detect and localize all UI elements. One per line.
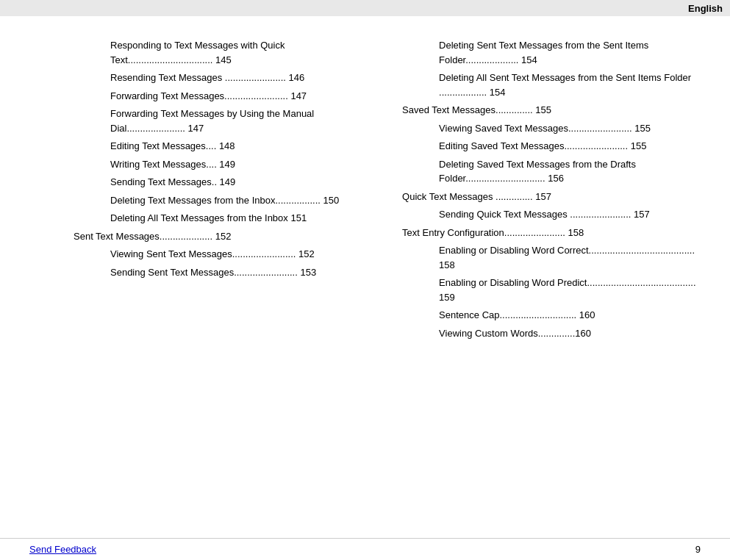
send-feedback-link[interactable]: Send Feedback: [29, 544, 96, 555]
list-item: Forwarding Text Messages by Using the Ma…: [110, 107, 365, 135]
list-item: Editing Saved Text Messages.............…: [439, 139, 701, 154]
right-column: Deleting Sent Text Messages from the Sen…: [387, 38, 701, 344]
toc-title: Sending Text Messages.. 149: [110, 176, 235, 187]
toc-title: Editing Saved Text Messages.............…: [439, 140, 646, 151]
list-item: Deleting Saved Text Messages from the Dr…: [439, 157, 701, 186]
toc-title: Deleting All Sent Text Messages from the…: [439, 72, 691, 98]
toc-title: Deleting Saved Text Messages from the Dr…: [439, 159, 636, 184]
list-item: Sentence Cap............................…: [439, 308, 701, 323]
list-item: Editing Text Messages.... 148: [110, 139, 365, 154]
toc-title: Enabling or Disabling Word Predict......…: [439, 277, 695, 303]
toc-title: Deleting All Text Messages from the Inbo…: [110, 212, 307, 223]
toc-title: Viewing Sent Text Messages..............…: [110, 248, 315, 259]
toc-title: Text Entry Configuration................…: [402, 227, 584, 238]
list-item: Deleting Text Messages from the Inbox...…: [110, 193, 365, 208]
toc-title: Sending Sent Text Messages..............…: [110, 267, 316, 278]
list-item: Saved Text Messages.............. 155: [402, 103, 701, 118]
list-item: Sending Sent Text Messages..............…: [110, 265, 365, 280]
list-item: Enabling or Disabling Word Predict......…: [439, 276, 701, 304]
toc-title: Quick Text Messages .............. 157: [402, 191, 551, 202]
toc-title: Saved Text Messages.............. 155: [402, 104, 551, 115]
list-item: Deleting All Sent Text Messages from the…: [439, 71, 701, 99]
toc-title: Forwarding Text Messages................…: [110, 90, 307, 101]
toc-title: Editing Text Messages.... 148: [110, 140, 235, 151]
header-bar: English: [0, 0, 730, 16]
content-area: Responding to Text Messages with Quick T…: [0, 16, 730, 366]
toc-title: Writing Text Messages.... 149: [110, 159, 235, 170]
toc-title: Forwarding Text Messages by Using the Ma…: [110, 108, 314, 134]
list-item: Forwarding Text Messages................…: [110, 89, 365, 104]
toc-title: Sentence Cap............................…: [439, 309, 595, 320]
list-item: Sent Text Messages.................... 1…: [74, 229, 365, 244]
toc-title: Viewing Custom Words..............160: [439, 328, 591, 339]
language-label: English: [688, 3, 723, 14]
list-item: Deleting Sent Text Messages from the Sen…: [439, 38, 701, 67]
list-item: Enabling or Disabling Word Correct......…: [439, 243, 701, 272]
footer: Send Feedback 9: [0, 538, 730, 560]
list-item: Viewing Sent Text Messages..............…: [110, 247, 365, 262]
toc-title: Resending Text Messages ................…: [110, 72, 304, 83]
toc-title: Enabling or Disabling Word Correct......…: [439, 245, 695, 270]
list-item: Writing Text Messages.... 149: [110, 157, 365, 172]
list-item: Sending Text Messages.. 149: [110, 175, 365, 190]
list-item: Deleting All Text Messages from the Inbo…: [110, 211, 365, 226]
toc-title: Deleting Sent Text Messages from the Sen…: [439, 40, 648, 65]
toc-title: Sent Text Messages.................... 1…: [74, 231, 231, 242]
page-number: 9: [695, 544, 701, 555]
list-item: Viewing Saved Text Messages.............…: [439, 121, 701, 136]
list-item: Resending Text Messages ................…: [110, 71, 365, 85]
list-item: Text Entry Configuration................…: [402, 226, 701, 240]
list-item: Responding to Text Messages with Quick T…: [110, 38, 365, 67]
toc-title: Deleting Text Messages from the Inbox...…: [110, 195, 339, 206]
list-item: Quick Text Messages .............. 157: [402, 190, 701, 204]
toc-title: Sending Quick Text Messages ............…: [439, 209, 650, 220]
left-column: Responding to Text Messages with Quick T…: [74, 38, 387, 344]
toc-title: Viewing Saved Text Messages.............…: [439, 123, 651, 134]
list-item: Viewing Custom Words..............160: [439, 326, 701, 341]
list-item: Sending Quick Text Messages ............…: [439, 207, 701, 222]
